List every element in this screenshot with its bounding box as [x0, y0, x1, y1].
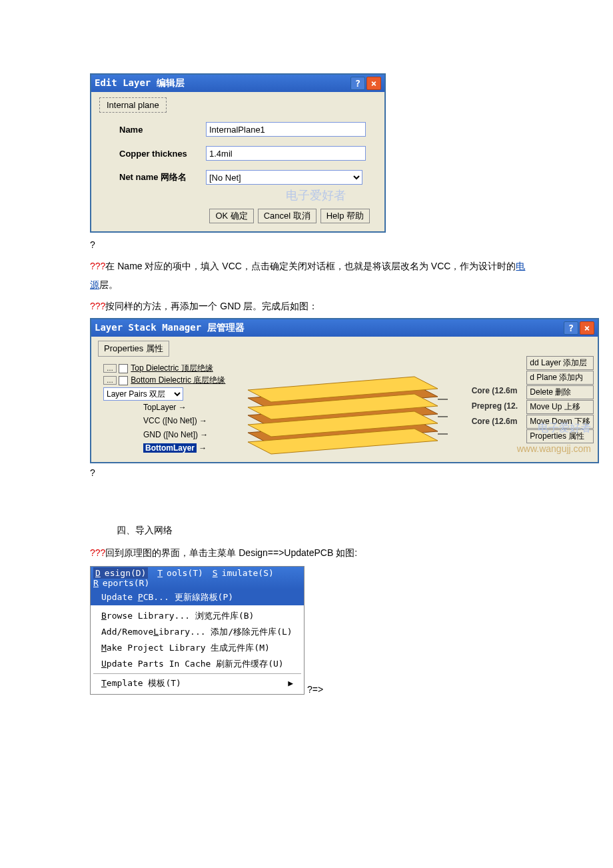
- titlebar: Edit Layer 编辑层 ? ×: [91, 75, 384, 92]
- stack-right-labels: Core (12.6m Prepreg (12. Core (12.6m: [472, 383, 518, 429]
- copper-input[interactable]: [206, 146, 366, 161]
- net-label: Net name 网络名: [119, 171, 206, 183]
- paragraph-2: ???按同样的方法，再添加一个 GND 层。完成后如图：: [90, 297, 526, 315]
- menu-reports[interactable]: Reports(R): [93, 578, 149, 588]
- top-dielectric-checkbox[interactable]: [119, 364, 128, 373]
- paragraph-1: ???在 Name 对应的项中，填入 VCC，点击确定关闭对话框，也就是将该层改…: [90, 257, 526, 294]
- submenu-arrow-icon: ▶: [288, 678, 293, 688]
- lsm-title: Layer Stack Manager 层管理器: [95, 322, 562, 334]
- paragraph-3: ???回到原理图的界面，单击主菜单 Design==>UpdatePCB 如图:: [90, 543, 526, 562]
- menu-item-update-parts-cache[interactable]: Update Parts In Cache 刷新元件缓存(U): [91, 656, 304, 672]
- add-plane-button[interactable]: d Plane 添加内: [526, 371, 594, 385]
- copper-label: Copper thicknes: [119, 149, 206, 159]
- menu-tools[interactable]: Tools(T): [157, 568, 203, 578]
- name-input[interactable]: [206, 122, 366, 137]
- menu-item-browse-library[interactable]: Browse Library... 浏览元件库(B): [91, 608, 304, 624]
- watermark-text: 电子爱好者: [538, 421, 591, 435]
- close-icon[interactable]: ×: [580, 321, 594, 335]
- edit-layer-dialog: Edit Layer 编辑层 ? × Internal plane Name C…: [90, 73, 386, 233]
- watermark-text: 电子爱好者: [286, 187, 376, 203]
- menu-simulate[interactable]: Simulate(S): [213, 568, 274, 578]
- ok-button[interactable]: OK 确定: [209, 209, 253, 223]
- cancel-button[interactable]: Cancel 取消: [258, 209, 316, 223]
- menu-item-update-pcb[interactable]: Update PCB... 更新線路板(P): [91, 589, 304, 605]
- help-icon[interactable]: ?: [350, 77, 365, 90]
- layer-stack-manager-dialog: Layer Stack Manager 层管理器 ? × Properties …: [90, 318, 599, 463]
- help-icon[interactable]: ?: [564, 321, 578, 335]
- name-label: Name: [119, 125, 206, 135]
- delete-button[interactable]: Delete 删除: [526, 385, 594, 399]
- layer-stack-diagram: [228, 370, 448, 463]
- bottom-dielectric-checkbox[interactable]: [119, 376, 128, 385]
- design-menu: DDesign(D)esign(D) Tools(T) Simulate(S) …: [90, 566, 305, 695]
- net-select[interactable]: [No Net]: [206, 170, 362, 185]
- menubar: DDesign(D)esign(D) Tools(T) Simulate(S) …: [91, 567, 304, 589]
- ellipsis-button[interactable]: …: [103, 364, 117, 373]
- layer-pairs-select[interactable]: Layer Pairs 双层: [103, 387, 183, 401]
- trailing-q: ?: [90, 467, 526, 478]
- tab-properties[interactable]: Properties 属性: [98, 341, 169, 357]
- trailing-q: ?: [90, 239, 95, 250]
- menu-item-add-remove-library[interactable]: Add/Remove Library... 添加/移除元件库(L): [91, 624, 304, 640]
- menu-item-template[interactable]: Template 模板(T)▶: [91, 675, 304, 691]
- after-menu-text: ?=>: [307, 684, 323, 695]
- menu-item-make-project-library[interactable]: Make Project Library 生成元件库(M): [91, 640, 304, 656]
- menu-design[interactable]: DDesign(D)esign(D): [93, 567, 148, 579]
- help-button[interactable]: Help 帮助: [320, 209, 370, 223]
- section-4-title: 四、导入网络: [117, 525, 526, 537]
- watermark-url: www.wangujj.com: [517, 443, 591, 454]
- move-up-button[interactable]: Move Up 上移: [526, 400, 594, 414]
- tab-internal-plane[interactable]: Internal plane: [99, 97, 167, 113]
- lsm-titlebar: Layer Stack Manager 层管理器 ? ×: [91, 319, 598, 337]
- add-layer-button[interactable]: dd Layer 添加层: [526, 356, 594, 370]
- dialog-title: Edit Layer 编辑层: [95, 77, 349, 89]
- close-icon[interactable]: ×: [366, 77, 381, 90]
- ellipsis-button[interactable]: …: [103, 376, 117, 385]
